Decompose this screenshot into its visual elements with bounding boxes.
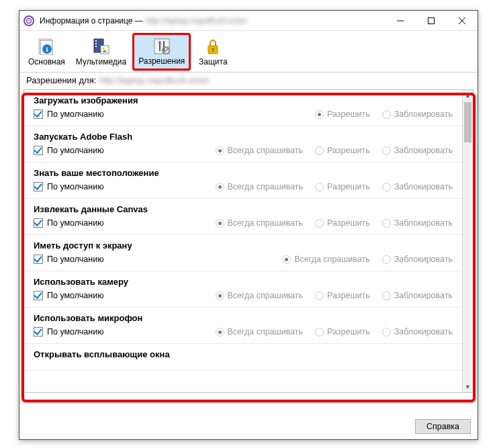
svg-rect-17 [154,39,169,54]
radio-input[interactable] [315,110,324,119]
radio-allow[interactable]: Разрешить [315,182,370,191]
radio-allow[interactable]: Разрешить [315,218,370,228]
tab-media[interactable]: Мультимедиа [71,33,131,71]
radio-label: Заблокировать [394,182,453,191]
radio-input[interactable] [216,146,224,155]
permission-item: Иметь доступ к экрануПо умолчаниюВсегда … [24,235,462,271]
permission-title: Иметь доступ к экрану [34,240,453,251]
radio-block[interactable]: Заблокировать [382,182,453,191]
radio-allow[interactable]: Разрешить [315,291,370,300]
radio-block[interactable]: Заблокировать [382,327,453,337]
default-checkbox-wrap[interactable]: По умолчанию [34,109,315,119]
radio-input[interactable] [382,183,391,191]
radio-label: Заблокировать [394,327,453,337]
permission-title: Загружать изображения [34,95,453,105]
radio-always_ask[interactable]: Всегда спрашивать [216,146,304,155]
radio-group: Всегда спрашиватьРазрешитьЗаблокировать [216,218,453,228]
radio-input[interactable] [216,219,224,228]
info-icon: i [38,37,55,56]
default-checkbox-wrap[interactable]: По умолчанию [34,146,216,155]
radio-label: Заблокировать [394,291,453,300]
permission-row: По умолчаниюВсегда спрашиватьРазрешитьЗа… [34,291,453,300]
default-checkbox-wrap[interactable]: По умолчанию [34,291,216,300]
radio-block[interactable]: Заблокировать [382,291,453,300]
permissions-icon [153,38,171,55]
default-checkbox-wrap[interactable]: По умолчанию [34,218,216,228]
scroll-up-icon[interactable]: ▲ [463,90,473,101]
radio-input[interactable] [315,146,324,155]
scrollbar-thumb[interactable] [464,102,471,142]
lock-icon [204,37,222,56]
default-checkbox-wrap[interactable]: По умолчанию [34,327,216,337]
radio-block[interactable]: Заблокировать [382,255,453,264]
radio-label: Разрешить [327,109,370,119]
radio-input[interactable] [382,219,391,228]
radio-allow[interactable]: Разрешить [315,327,370,337]
radio-always_ask[interactable]: Всегда спрашивать [216,218,304,228]
svg-point-2 [28,20,30,21]
svg-point-16 [102,47,104,49]
window-controls [385,11,478,31]
checkbox[interactable] [34,218,43,228]
checkbox[interactable] [34,109,43,119]
radio-label: Всегда спрашивать [294,255,370,264]
permission-row: По умолчаниюВсегда спрашиватьРазрешитьЗа… [34,218,453,228]
scroll-down-icon[interactable]: ▼ [463,382,473,392]
radio-label: Заблокировать [394,218,453,228]
radio-label: Разрешить [327,146,370,155]
radio-input[interactable] [315,292,324,300]
tab-security[interactable]: Защита [192,33,234,71]
radio-input[interactable] [315,328,324,337]
checkbox-label: По умолчанию [47,146,104,155]
radio-label: Заблокировать [394,146,453,155]
radio-allow[interactable]: Разрешить [315,109,370,119]
close-button[interactable] [447,11,478,31]
radio-block[interactable]: Заблокировать [382,146,453,155]
radio-block[interactable]: Заблокировать [382,218,453,228]
checkbox[interactable] [34,327,43,337]
radio-input[interactable] [382,255,391,264]
tab-general[interactable]: i Основная [24,33,70,71]
radio-label: Всегда спрашивать [228,182,304,191]
radio-input[interactable] [216,292,224,300]
permission-row: По умолчаниюВсегда спрашиватьРазрешитьЗа… [34,146,453,155]
radio-always_ask[interactable]: Всегда спрашивать [216,291,304,300]
scrollbar[interactable]: ▲ ▼ [462,90,473,392]
radio-input[interactable] [315,219,324,228]
minimize-button[interactable] [385,11,416,31]
default-checkbox-wrap[interactable]: По умолчанию [34,182,216,191]
radio-input[interactable] [382,328,391,337]
window-title: Информация о странице — http://laptop.mq… [40,16,385,26]
checkbox[interactable] [34,146,43,155]
radio-label: Разрешить [327,327,370,337]
checkbox[interactable] [34,291,43,300]
radio-input[interactable] [382,146,391,155]
radio-allow[interactable]: Разрешить [315,146,370,155]
permission-row: По умолчаниюРазрешитьЗаблокировать [34,109,453,119]
radio-input[interactable] [216,183,224,191]
radio-input[interactable] [382,292,391,300]
permissions-list: Загружать изображенияПо умолчаниюРазреши… [24,90,462,392]
default-checkbox-wrap[interactable]: По умолчанию [34,255,282,264]
permission-title: Открывать всплывающие окна [34,349,453,359]
maximize-button[interactable] [416,11,447,31]
permission-item: Знать ваше местоположениеПо умолчаниюВсе… [24,163,462,199]
radio-block[interactable]: Заблокировать [382,109,453,119]
tab-permissions[interactable]: Разрешения [132,33,191,71]
checkbox[interactable] [34,255,43,264]
radio-label: Разрешить [327,182,370,191]
footer: Справка [415,419,471,434]
svg-rect-4 [428,17,435,24]
radio-label: Заблокировать [394,255,453,264]
radio-always_ask[interactable]: Всегда спрашивать [216,182,304,191]
radio-always_ask[interactable]: Всегда спрашивать [216,327,304,337]
radio-input[interactable] [282,255,291,264]
radio-always_ask[interactable]: Всегда спрашивать [282,255,370,264]
help-button[interactable]: Справка [415,419,471,434]
radio-input[interactable] [315,183,324,191]
radio-input[interactable] [216,328,224,337]
checkbox[interactable] [34,182,43,191]
radio-label: Всегда спрашивать [228,146,304,155]
radio-input[interactable] [382,110,391,119]
permission-title: Использовать микрофон [34,313,453,323]
